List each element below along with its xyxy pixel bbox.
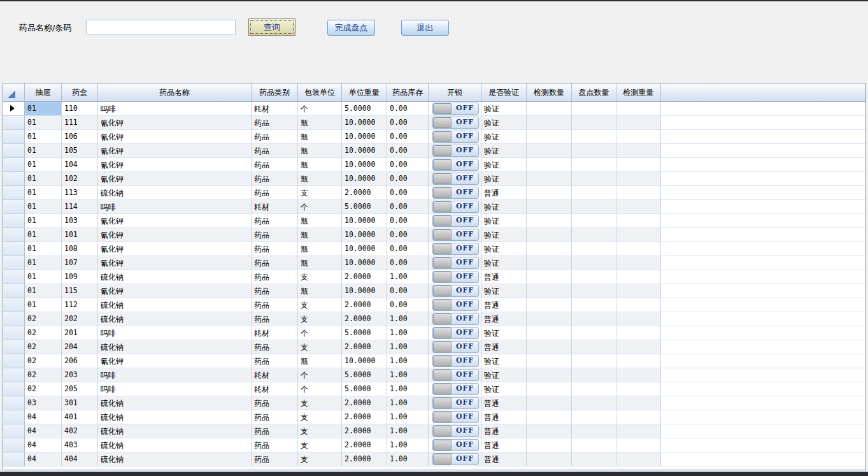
box-cell[interactable]: 109 [62, 270, 98, 284]
drug-name-cell[interactable]: 硫化钠 [98, 452, 252, 466]
drawer-cell[interactable]: 04 [25, 438, 62, 452]
count-qty-cell[interactable] [572, 186, 616, 200]
detect-weight-cell[interactable] [616, 368, 661, 382]
unlock-toggle[interactable]: OFF [432, 453, 479, 465]
box-cell[interactable]: 201 [62, 326, 98, 340]
column-header-verify[interactable]: 是否验证 [481, 83, 527, 101]
box-cell[interactable]: 105 [62, 144, 98, 158]
drug-name-cell[interactable]: 氰化钾 [98, 228, 252, 242]
category-cell[interactable]: 药品 [252, 298, 298, 312]
unit-weight-cell[interactable]: 5.0000 [342, 326, 387, 340]
detect-qty-cell[interactable] [527, 368, 572, 382]
row-indicator-cell[interactable] [3, 340, 25, 354]
detect-weight-cell[interactable] [616, 172, 661, 186]
drug-name-cell[interactable]: 硫化钠 [98, 270, 252, 284]
drawer-cell[interactable]: 03 [25, 396, 62, 410]
detect-weight-cell[interactable] [616, 438, 661, 452]
unlock-toggle[interactable]: OFF [432, 327, 479, 339]
category-cell[interactable]: 药品 [252, 214, 298, 228]
detect-qty-cell[interactable] [527, 102, 572, 116]
box-cell[interactable]: 301 [62, 396, 98, 410]
stock-cell[interactable]: 0.00 [387, 130, 429, 144]
drawer-cell[interactable]: 04 [25, 410, 62, 424]
verify-cell[interactable]: 验证 [481, 116, 527, 130]
drug-name-cell[interactable]: 硫化钠 [98, 424, 252, 438]
stock-cell[interactable]: 1.00 [387, 410, 429, 424]
stock-cell[interactable]: 1.00 [387, 270, 429, 284]
stock-cell[interactable]: 0.00 [387, 298, 429, 312]
count-qty-cell[interactable] [572, 284, 616, 298]
drawer-cell[interactable]: 02 [25, 326, 62, 340]
pack-unit-cell[interactable]: 支 [298, 340, 342, 354]
stock-cell[interactable]: 0.00 [387, 256, 429, 270]
detect-qty-cell[interactable] [527, 158, 572, 172]
unit-weight-cell[interactable]: 10.0000 [342, 158, 387, 172]
stock-cell[interactable]: 0.00 [387, 228, 429, 242]
count-qty-cell[interactable] [572, 144, 616, 158]
detect-weight-cell[interactable] [616, 452, 661, 466]
unlock-toggle[interactable]: OFF [432, 215, 479, 227]
count-qty-cell[interactable] [572, 410, 616, 424]
verify-cell[interactable]: 普通 [481, 298, 527, 312]
stock-cell[interactable]: 0.00 [387, 102, 429, 116]
detect-qty-cell[interactable] [527, 326, 572, 340]
pack-unit-cell[interactable]: 个 [298, 200, 342, 214]
count-qty-cell[interactable] [572, 298, 616, 312]
verify-cell[interactable]: 验证 [481, 368, 527, 382]
unlock-toggle[interactable]: OFF [432, 187, 479, 199]
unlock-toggle[interactable]: OFF [432, 243, 479, 255]
unit-weight-cell[interactable]: 2.0000 [342, 396, 387, 410]
drug-name-cell[interactable]: 吗啡 [98, 382, 252, 396]
verify-cell[interactable]: 普通 [481, 410, 527, 424]
drawer-cell[interactable]: 04 [25, 424, 62, 438]
drug-name-cell[interactable]: 氰化钾 [98, 144, 252, 158]
category-cell[interactable]: 药品 [252, 452, 298, 466]
unlock-toggle[interactable]: OFF [432, 383, 479, 395]
drawer-cell[interactable]: 02 [25, 312, 62, 326]
stock-cell[interactable]: 1.00 [387, 368, 429, 382]
verify-cell[interactable]: 验证 [481, 354, 527, 368]
verify-cell[interactable]: 验证 [481, 130, 527, 144]
stock-cell[interactable]: 1.00 [387, 396, 429, 410]
row-indicator-cell[interactable] [3, 256, 25, 270]
column-header-drawer[interactable]: 抽屉 [25, 83, 62, 101]
exit-button[interactable]: 退出 [401, 20, 449, 36]
category-cell[interactable]: 药品 [252, 130, 298, 144]
category-cell[interactable]: 药品 [252, 186, 298, 200]
unit-weight-cell[interactable]: 5.0000 [342, 382, 387, 396]
detect-weight-cell[interactable] [616, 158, 661, 172]
unlock-toggle[interactable]: OFF [432, 313, 479, 325]
category-cell[interactable]: 药品 [252, 424, 298, 438]
unit-weight-cell[interactable]: 5.0000 [342, 102, 387, 116]
row-indicator-cell[interactable] [3, 214, 25, 228]
unlock-toggle[interactable]: OFF [432, 201, 479, 213]
row-indicator-cell[interactable] [3, 284, 25, 298]
box-cell[interactable]: 401 [62, 410, 98, 424]
box-cell[interactable]: 107 [62, 256, 98, 270]
detect-weight-cell[interactable] [616, 284, 661, 298]
drug-name-cell[interactable]: 氰化钾 [98, 284, 252, 298]
drawer-cell[interactable]: 01 [25, 270, 62, 284]
count-qty-cell[interactable] [572, 270, 616, 284]
unlock-toggle[interactable]: OFF [432, 397, 479, 409]
stock-cell[interactable]: 1.00 [387, 354, 429, 368]
detect-qty-cell[interactable] [527, 354, 572, 368]
column-header-detect-qty[interactable]: 检测数量 [527, 83, 572, 101]
unlock-toggle[interactable]: OFF [432, 145, 479, 157]
detect-qty-cell[interactable] [527, 214, 572, 228]
row-indicator-cell[interactable] [3, 368, 25, 382]
row-indicator-cell[interactable] [3, 242, 25, 256]
detect-qty-cell[interactable] [527, 452, 572, 466]
stock-cell[interactable]: 0.00 [387, 172, 429, 186]
category-cell[interactable]: 耗材 [252, 382, 298, 396]
box-cell[interactable]: 101 [62, 228, 98, 242]
detect-weight-cell[interactable] [616, 270, 661, 284]
stock-cell[interactable]: 1.00 [387, 312, 429, 326]
stock-cell[interactable]: 1.00 [387, 382, 429, 396]
row-indicator-cell[interactable] [3, 396, 25, 410]
verify-cell[interactable]: 验证 [481, 200, 527, 214]
drawer-cell[interactable]: 01 [25, 228, 62, 242]
stock-cell[interactable]: 0.00 [387, 116, 429, 130]
unlock-toggle[interactable]: OFF [432, 411, 479, 423]
detect-weight-cell[interactable] [616, 200, 661, 214]
